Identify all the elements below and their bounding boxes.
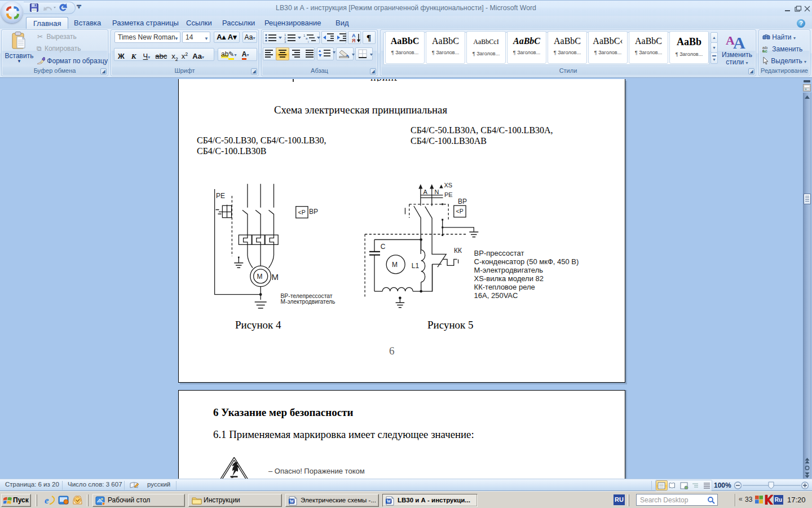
svg-text:ВР-телепрессостат: ВР-телепрессостат: [281, 293, 333, 299]
svg-text:3: 3: [284, 40, 286, 43]
svg-text:PE: PE: [216, 192, 225, 200]
svg-text:КК: КК: [454, 247, 462, 255]
svg-text:L1: L1: [412, 262, 420, 270]
svg-text:ВР: ВР: [309, 208, 318, 216]
svg-text:М: М: [272, 272, 279, 282]
svg-text:М: М: [257, 273, 263, 281]
svg-text:16А, 250VAC: 16А, 250VAC: [474, 291, 518, 300]
svg-text:М: М: [392, 261, 398, 269]
svg-text:N: N: [435, 189, 439, 195]
svg-text:¶: ¶: [367, 33, 371, 42]
svg-text:КК-тепловое реле: КК-тепловое реле: [474, 283, 535, 291]
svg-text:e: e: [45, 495, 49, 505]
svg-text:C: C: [381, 243, 386, 251]
svg-text:ВР: ВР: [458, 198, 467, 205]
svg-text:A: A: [423, 189, 428, 195]
svg-text:ВР-прессостат: ВР-прессостат: [474, 249, 524, 257]
svg-text:<P: <P: [456, 208, 464, 214]
svg-text:i: i: [308, 40, 308, 43]
svg-text:М-электродвигатель: М-электродвигатель: [474, 266, 544, 274]
svg-text:М-электродвигатель: М-электродвигатель: [281, 299, 336, 305]
svg-text:A: A: [733, 33, 745, 49]
svg-text:W: W: [290, 499, 294, 504]
svg-text:W: W: [387, 499, 391, 504]
svg-text:XS-вилка модели 82: XS-вилка модели 82: [474, 274, 544, 283]
svg-text:Я: Я: [352, 38, 355, 43]
svg-text:XS: XS: [444, 182, 453, 189]
svg-text:С-конденсатор (50 мкФ, 450 В): С-конденсатор (50 мкФ, 450 В): [474, 257, 579, 266]
svg-text:<P: <P: [298, 209, 306, 216]
svg-text:PE: PE: [444, 191, 453, 198]
